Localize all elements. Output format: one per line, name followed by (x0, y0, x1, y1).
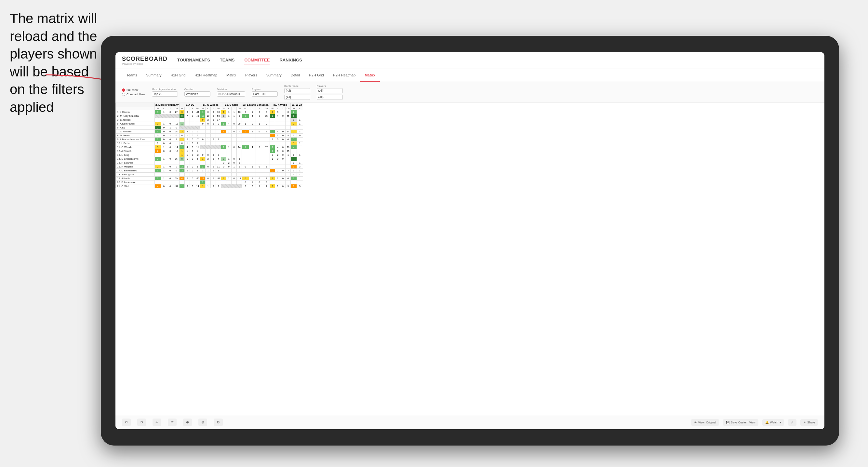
matrix-cell: 1 (242, 122, 249, 126)
sub-nav-h2h-heatmap[interactable]: H2H Heatmap (190, 69, 222, 82)
matrix-cell: 1 (206, 137, 211, 142)
save-custom-button[interactable]: 💾 Save Custom View (723, 419, 758, 426)
matrix-cell (280, 173, 285, 177)
matrix-cell (297, 110, 303, 114)
matrix-cell: 10 (237, 110, 242, 114)
nav-teams[interactable]: TEAMS (220, 56, 235, 64)
conference-select-2[interactable]: (All) (284, 95, 310, 100)
matrix-cell: 1 (297, 173, 303, 177)
region-label: Region (252, 88, 278, 91)
undo-button[interactable]: ↺ (122, 418, 131, 426)
sub-nav-matrix[interactable]: Matrix (222, 69, 241, 82)
nav-tournaments[interactable]: TOURNAMENTS (177, 56, 210, 64)
player-name-cell: 9. A Maria Jimenez Rios (116, 137, 155, 142)
matrix-cell: 0 (242, 114, 249, 118)
watch-button[interactable]: 🔔 Watch ▾ (762, 419, 784, 426)
matrix-cell: 0 (180, 157, 185, 161)
matrix-cell: 0 (206, 165, 211, 169)
gender-select[interactable]: Women's Men's All (184, 91, 210, 97)
matrix-cell: 0 (216, 122, 221, 126)
sh-wb-l: L (275, 107, 280, 110)
matrix-cell: 0 (190, 137, 195, 142)
sub-nav-summary[interactable]: Summary (142, 69, 166, 82)
nav-rankings[interactable]: RANKINGS (279, 56, 302, 64)
matrix-cell (256, 134, 263, 137)
matrix-cell: 3 (155, 157, 161, 161)
matrix-cell: 1 (249, 177, 256, 181)
matrix-cell: 1 (242, 145, 249, 149)
matrix-cell: 0 (190, 157, 195, 161)
matrix-cell: 1 (270, 184, 275, 188)
region-select[interactable]: East - DII West - DII (252, 91, 278, 97)
compact-view-radio[interactable]: Compact View (122, 93, 145, 96)
zoom-out-button[interactable]: ⊖ (198, 418, 207, 426)
matrix-cell: -20 (195, 177, 200, 181)
zoom-button[interactable]: ⊕ (183, 418, 192, 426)
matrix-cell (221, 142, 226, 145)
matrix-cell: 2 (275, 177, 280, 181)
matrix-cell: 4 (291, 145, 297, 149)
matrix-cell: 0 (256, 177, 263, 181)
back-button[interactable]: ↩ (153, 418, 161, 426)
forward-icon: ⟳ (171, 420, 174, 425)
matrix-cell (249, 118, 256, 122)
player-name-col-header (116, 103, 155, 107)
table-row: 17. D Ballesteros310620011101020701 (116, 169, 303, 173)
matrix-cell: 0 (242, 177, 249, 181)
sub-nav-h2h-grid[interactable]: H2H Grid (166, 69, 190, 82)
expand-button[interactable]: ⤢ (788, 419, 797, 426)
matrix-cell: -19 (173, 149, 180, 153)
matrix-cell (211, 126, 216, 130)
matrix-cell (256, 169, 263, 173)
matrix-cell (231, 149, 237, 153)
sub-nav-players[interactable]: Players (241, 69, 262, 82)
nav-committee[interactable]: COMMITTEE (244, 56, 270, 64)
player-name-cell: 6. A Dy (116, 126, 155, 130)
division-select[interactable]: NCAA Division II NCAA Division I (217, 91, 245, 97)
sub-nav-summary2[interactable]: Summary (262, 69, 286, 82)
matrix-cell: 2 (275, 169, 280, 173)
matrix-cell: 0 (297, 134, 303, 137)
view-original-button[interactable]: 👁 View: Original (691, 419, 719, 426)
matrix-cell: 0 (161, 130, 167, 134)
matrix-cell (280, 118, 285, 122)
matrix-cell (285, 126, 291, 130)
players-select-1[interactable]: (All) Active (317, 88, 343, 93)
matrix-cell: 1 (249, 110, 256, 114)
matrix-cell: 17 (263, 145, 270, 149)
matrix-cell: 1 (167, 126, 173, 130)
players-select-2[interactable]: (All) (317, 95, 343, 100)
sub-nav-h2h-heatmap2[interactable]: H2H Heatmap (329, 69, 360, 82)
forward-button[interactable]: ⟳ (168, 418, 177, 426)
settings-button[interactable]: ⚙ (214, 418, 223, 426)
matrix-cell (200, 134, 206, 137)
sub-nav-teams[interactable]: Teams (122, 69, 142, 82)
sub-nav-matrix2[interactable]: Matrix (360, 69, 379, 82)
diagonal-cell (180, 126, 200, 130)
sh-m-l: L (161, 107, 167, 110)
sh-d-dif: Dif (195, 107, 200, 110)
matrix-cell: 0 (226, 165, 231, 169)
matrix-cell: 1 (226, 157, 231, 161)
matrix-cell (297, 145, 303, 149)
matrix-cell: 0 (185, 177, 190, 181)
sub-nav-h2h-grid2[interactable]: H2H Grid (304, 69, 329, 82)
sh-m-w: W (155, 107, 161, 110)
matrix-cell: 1 (167, 134, 173, 137)
player-name-cell: 18. J Hodgson (116, 173, 155, 177)
matrix-cell (256, 118, 263, 122)
matrix-cell: 1 (256, 122, 263, 126)
matrix-cell (206, 161, 211, 165)
matrix-cell (216, 134, 221, 137)
max-players-select[interactable]: Top 25 Top 50 All (152, 91, 178, 97)
share-button[interactable]: ↗ Share (800, 419, 818, 426)
matrix-cell: 2 (180, 169, 185, 173)
player-name-cell: 7. O Mitchell (116, 130, 155, 134)
matrix-cell: 1 (297, 122, 303, 126)
sub-nav-detail[interactable]: Detail (286, 69, 304, 82)
redo-button[interactable]: ↻ (137, 418, 146, 426)
sh-z-w: W (291, 107, 297, 110)
matrix-cell (242, 137, 249, 142)
full-view-radio[interactable]: Full View (122, 89, 145, 92)
conference-select-1[interactable]: (All) Atlantic (284, 88, 310, 93)
